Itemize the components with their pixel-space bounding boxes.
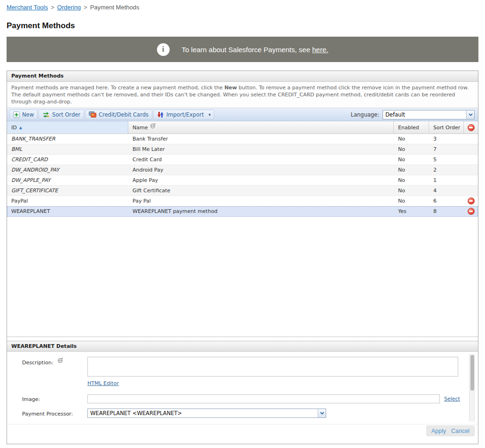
remove-icon[interactable] [468, 197, 475, 204]
cell-remove [464, 186, 478, 196]
payment-processor-label: Payment Processor: [22, 411, 73, 417]
table-row[interactable]: WEAREPLANET WEAREPLANET payment method Y… [7, 206, 478, 217]
section-gap [7, 337, 478, 341]
sort-order-button-label: Sort Order [52, 111, 80, 118]
table-row[interactable]: BANK_TRANSFER Bank Transfer No 3 [7, 134, 478, 144]
details-section-title: WEAREPLANET Details [7, 341, 478, 352]
remove-column-icon [468, 124, 475, 131]
cell-id: PayPal [7, 196, 128, 206]
payment-methods-panel: Payment Methods Payment methods are mana… [7, 71, 478, 444]
sort-order-button[interactable]: Sort Order [39, 110, 84, 119]
payment-methods-table-body: BANK_TRANSFER Bank Transfer No 3 BML Bil… [7, 134, 478, 217]
sort-order-icon [42, 111, 50, 118]
table-row[interactable]: CREDIT_CARD Credit Card No 5 [7, 155, 478, 165]
cell-enabled: No [394, 175, 429, 185]
column-header-id[interactable]: ID ▲ [7, 121, 128, 134]
table-empty-area [7, 217, 478, 337]
cell-sort-order: 6 [429, 196, 464, 206]
cell-enabled: No [394, 144, 429, 154]
cell-enabled: No [394, 186, 429, 196]
column-header-id-label: ID [11, 125, 17, 131]
cell-id: BANK_TRANSFER [7, 134, 128, 144]
toolbar: New Sort Order Credit/Debit Cards [7, 108, 478, 121]
column-header-sort-order-label: Sort Order [433, 125, 460, 131]
breadcrumb-separator: > [51, 4, 55, 11]
image-select-link[interactable]: Select [444, 396, 460, 402]
cell-enabled: No [394, 165, 429, 175]
column-header-enabled-label: Enabled [398, 125, 419, 131]
localization-globe-icon [57, 359, 63, 365]
cell-id: CREDIT_CARD [7, 155, 128, 165]
cell-remove [464, 196, 478, 206]
cell-sort-order: 8 [429, 206, 464, 216]
image-input[interactable] [87, 394, 440, 403]
info-banner-message: To learn about Salesforce Payments, see [182, 46, 311, 54]
cell-remove [464, 134, 478, 144]
chevron-down-icon[interactable] [466, 110, 474, 119]
cell-name: Gift Certificate [128, 186, 394, 196]
info-banner-here-link[interactable]: here. [312, 46, 328, 54]
cell-id: BML [7, 144, 128, 154]
footer-divider [7, 424, 478, 424]
cell-name: Apple Pay [128, 175, 394, 185]
cell-enabled: Yes [394, 206, 429, 216]
panel-section-title: Payment Methods [7, 71, 478, 82]
cell-sort-order: 7 [429, 144, 464, 154]
panel-description: Payment methods are managed here. To cre… [7, 82, 478, 108]
cancel-button[interactable]: Cancel [446, 425, 475, 436]
localization-globe-icon [150, 123, 156, 130]
breadcrumb-separator: > [84, 4, 87, 11]
table-row[interactable]: BML Bill Me Later No 7 [7, 144, 478, 155]
details-form: Description: HTML Editor Image: Select P… [7, 352, 478, 444]
column-header-name[interactable]: Name [128, 121, 394, 134]
cell-enabled: No [394, 196, 429, 206]
scrollbar-thumb[interactable] [470, 355, 474, 391]
language-select-value: Default [383, 111, 466, 118]
cell-remove [464, 144, 478, 154]
cell-remove [464, 155, 478, 165]
table-row[interactable]: DW_ANDROID_PAY Android Pay No 2 [7, 165, 478, 175]
column-header-name-label: Name [133, 125, 148, 131]
import-export-button[interactable]: Import/Export ▾ [153, 110, 214, 119]
column-header-remove [464, 121, 478, 134]
sort-ascending-icon: ▲ [19, 126, 22, 130]
cell-remove [464, 165, 478, 175]
cell-name: Credit Card [128, 155, 394, 165]
image-label: Image: [22, 396, 40, 402]
page-title: Payment Methods [7, 21, 75, 31]
cell-sort-order: 2 [429, 165, 464, 175]
remove-icon[interactable] [468, 208, 475, 215]
cell-id: DW_ANDROID_PAY [7, 165, 128, 175]
breadcrumb: Merchant Tools>Ordering>Payment Methods [7, 4, 139, 11]
column-header-sort-order[interactable]: Sort Order [429, 121, 464, 134]
table-row[interactable]: GIFT_CERTIFICATE Gift Certificate No 4 [7, 186, 478, 196]
info-banner-text: To learn about Salesforce Payments, see … [182, 46, 329, 54]
description-bold-new: New [224, 85, 237, 91]
new-button-label: New [22, 111, 34, 118]
table-row[interactable]: PayPal Pay Pal No 6 [7, 196, 478, 206]
credit-debit-cards-icon [89, 111, 96, 118]
cell-id: DW_APPLE_PAY [7, 175, 128, 185]
cell-id: WEAREPLANET [7, 206, 128, 216]
cell-sort-order: 5 [429, 155, 464, 165]
cell-sort-order: 4 [429, 186, 464, 196]
language-select[interactable]: Default [383, 110, 475, 119]
payment-processor-select[interactable]: WEAREPLANET <WEAREPLANET> [87, 409, 326, 418]
cell-enabled: No [394, 134, 429, 144]
description-textarea[interactable] [87, 357, 458, 377]
breadcrumb-current: Payment Methods [90, 4, 140, 11]
breadcrumb-link-ordering[interactable]: Ordering [57, 4, 81, 11]
description-text: Payment methods are managed here. To cre… [11, 85, 224, 91]
credit-debit-cards-button[interactable]: Credit/Debit Cards [85, 110, 152, 119]
cell-sort-order: 1 [429, 175, 464, 185]
breadcrumb-link-merchant-tools[interactable]: Merchant Tools [7, 4, 48, 11]
payment-processor-value: WEAREPLANET <WEAREPLANET> [88, 410, 318, 417]
column-header-enabled[interactable]: Enabled [394, 121, 429, 134]
chevron-down-icon[interactable] [318, 409, 326, 417]
cell-name: WEAREPLANET payment method [128, 206, 394, 216]
new-button[interactable]: New [9, 110, 38, 119]
import-export-dropdown-caret[interactable]: ▾ [209, 112, 211, 117]
table-row[interactable]: DW_APPLE_PAY Apple Pay No 1 [7, 175, 478, 186]
details-scrollbar[interactable] [469, 354, 475, 422]
html-editor-link[interactable]: HTML Editor [87, 380, 119, 386]
